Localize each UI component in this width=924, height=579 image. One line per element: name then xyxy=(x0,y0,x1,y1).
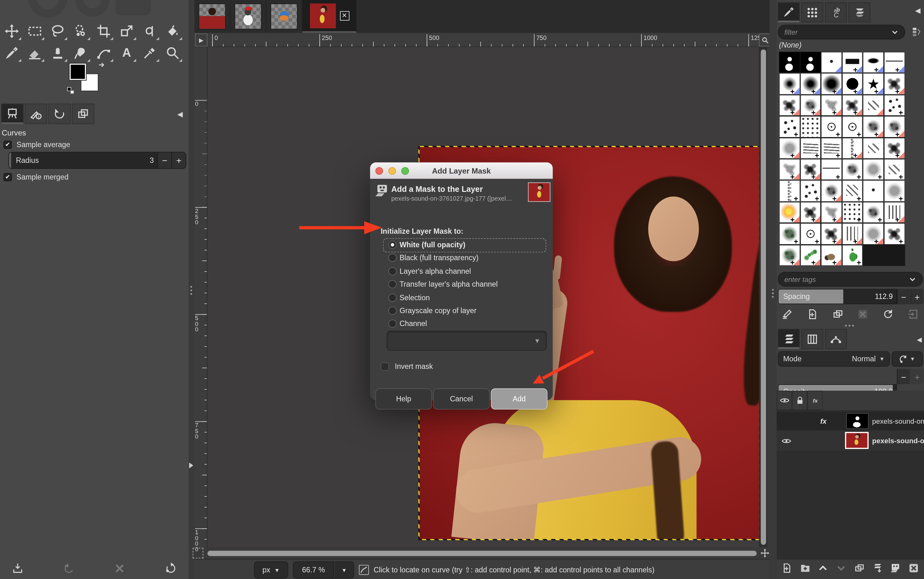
brush-column[interactable] xyxy=(779,180,800,201)
handle-transform-tool[interactable]: .f{fill:currentColor;stroke:none;} xyxy=(138,20,161,42)
images-tab[interactable]: .f{fill:currentColor;stroke:none;} xyxy=(72,104,94,124)
collapse-tool-options-icon[interactable]: ◀ xyxy=(176,109,184,118)
dialog-titlebar[interactable]: Add Layer Mask xyxy=(370,162,553,179)
cancel-button[interactable]: Cancel xyxy=(433,388,489,409)
brush-dots[interactable] xyxy=(779,116,800,137)
fuzzy-select-tool[interactable]: .f{fill:currentColor;stroke:none;} xyxy=(69,20,92,42)
brush-splat[interactable] xyxy=(800,159,821,180)
brush-splat[interactable] xyxy=(800,201,821,223)
radio-label[interactable]: Layer's alpha channel xyxy=(400,265,471,278)
lock-header-cell[interactable]: .f{fill:currentColor;stroke:none;} xyxy=(792,391,807,410)
brush-cells[interactable] xyxy=(821,116,842,137)
horizontal-scrollbar[interactable] xyxy=(207,547,759,559)
radio-label[interactable]: Grayscale copy of layer xyxy=(400,304,476,317)
patterns-tab[interactable]: .f{fill:currentColor;stroke:none;} xyxy=(801,2,823,22)
left-panel-splitter[interactable] xyxy=(189,0,195,579)
radius-decrease-button[interactable]: − xyxy=(158,152,172,168)
collapse-layers-dock-icon[interactable]: ◀ xyxy=(915,335,923,343)
radio-grayscale-copy-of-layer[interactable] xyxy=(388,306,396,315)
radius-increase-button[interactable]: + xyxy=(172,152,186,168)
right-panel-splitter[interactable] xyxy=(770,0,776,579)
bucket-fill-tool[interactable]: .f{fill:currentColor;stroke:none;} xyxy=(161,20,184,42)
brush-photo[interactable] xyxy=(779,52,800,73)
brush-dots[interactable] xyxy=(884,95,905,116)
delete-layer-button[interactable]: .f{fill:currentColor;stroke:none;} xyxy=(908,563,919,576)
tool-options-tab[interactable]: .f{fill:currentColor;stroke:none;} xyxy=(1,104,24,124)
close-image-icon[interactable]: ✕ xyxy=(340,11,349,20)
add-layer-mask-button[interactable]: .f{fill:currentColor;stroke:none;} xyxy=(890,563,901,576)
brush-noise[interactable] xyxy=(863,116,884,137)
brush-vline[interactable] xyxy=(842,223,863,244)
paths-tool[interactable]: .f{fill:currentColor;stroke:none;} xyxy=(92,42,115,64)
brush-vine[interactable] xyxy=(800,244,821,266)
brush-pepper[interactable] xyxy=(842,244,863,266)
brush-spray[interactable] xyxy=(779,159,800,180)
color-picker-tool[interactable]: .f{fill:currentColor;stroke:none;} xyxy=(138,42,161,64)
mode-switch-button[interactable]: ▼ xyxy=(891,351,923,367)
lower-layer-button[interactable]: .f{fill:currentColor;stroke:none;} xyxy=(836,563,847,576)
save-preset-button[interactable]: .f{fill:currentColor;stroke:none;} xyxy=(11,563,23,577)
radio-white-full-opacity-[interactable] xyxy=(388,240,396,249)
brush-dash[interactable] xyxy=(863,137,884,159)
navigation-preview-button[interactable] xyxy=(760,548,770,558)
smudge-tool[interactable]: .f{fill:currentColor;stroke:none;} xyxy=(69,42,92,64)
brush-pine[interactable] xyxy=(779,244,800,266)
spacing-decrease-button[interactable]: − xyxy=(897,289,910,304)
brush-sun[interactable] xyxy=(779,201,800,223)
new-layer-group-button[interactable]: .f{fill:currentColor;stroke:none;} xyxy=(799,563,811,576)
eraser-tool[interactable]: .f{fill:currentColor;stroke:none;} xyxy=(23,42,46,64)
fonts-tab[interactable]: .f{fill:currentColor;stroke:none;}abC xyxy=(825,2,847,22)
brush-tags-input[interactable]: enter tags xyxy=(778,272,923,287)
brush-star[interactable]: ★ xyxy=(863,73,884,95)
spacing-increase-button[interactable]: + xyxy=(911,289,923,304)
brush-noise[interactable] xyxy=(842,159,863,180)
brush-dash[interactable] xyxy=(863,95,884,116)
visibility-header-cell[interactable]: .f{fill:currentColor;stroke:none;} xyxy=(777,391,792,410)
brush-soft2[interactable] xyxy=(800,73,821,95)
layer-photo-thumbnail[interactable] xyxy=(845,432,869,449)
rectangle-select-tool[interactable]: .f{fill:currentColor;stroke:none;} xyxy=(23,20,46,42)
unit-dropdown[interactable]: px▼ xyxy=(254,561,288,578)
brush-scratch[interactable] xyxy=(800,137,821,159)
radio-selection[interactable] xyxy=(388,293,396,301)
brush-spray[interactable] xyxy=(821,201,842,223)
brush-fuzz[interactable] xyxy=(863,159,884,180)
duplicate-brush-button[interactable]: .f{fill:currentColor;stroke:none;} xyxy=(832,308,844,322)
delete-preset-button[interactable]: .f{fill:currentColor;stroke:none;} xyxy=(114,563,126,577)
edit-brush-button[interactable]: .f{fill:currentColor;stroke:none;} xyxy=(781,308,793,322)
maximize-window-button[interactable] xyxy=(402,167,409,175)
image-tab-red-sweater-image[interactable] xyxy=(195,0,231,33)
clone-tool[interactable]: .f{fill:currentColor;stroke:none;} xyxy=(46,42,69,64)
brush-dots[interactable] xyxy=(800,180,821,201)
layers-tab[interactable]: .f{fill:currentColor;stroke:none;} xyxy=(778,329,800,349)
layer-row-mask[interactable]: fx pexels-sound-on-3761027.jpg xyxy=(777,412,924,430)
brush-splat[interactable] xyxy=(842,95,863,116)
radio-channel[interactable] xyxy=(388,320,396,328)
invert-mask-checkbox[interactable] xyxy=(381,363,389,371)
brush-dot[interactable] xyxy=(863,180,884,201)
brush-pine[interactable] xyxy=(779,223,800,244)
duplicate-layer-button[interactable]: .f{fill:currentColor;stroke:none;} xyxy=(854,563,865,576)
merge-down-button[interactable]: .f{fill:currentColor;stroke:none;} xyxy=(872,563,883,576)
brush-bar[interactable] xyxy=(842,52,863,73)
help-button[interactable]: Help xyxy=(375,388,432,409)
brush-scratch[interactable] xyxy=(821,137,842,159)
brush-splat[interactable] xyxy=(884,137,905,159)
brush-cells[interactable] xyxy=(842,116,863,137)
new-layer-button[interactable]: .f{fill:currentColor;stroke:none;} xyxy=(781,563,793,576)
image-tab-yellow-top-image[interactable]: ✕ xyxy=(302,0,357,33)
raise-layer-button[interactable]: .f{fill:currentColor;stroke:none;} xyxy=(818,563,829,576)
undo-history-tab[interactable]: .f{fill:currentColor;stroke:none;} xyxy=(48,104,71,124)
brush-fuzz[interactable] xyxy=(779,137,800,159)
reset-tool-button[interactable]: .f{fill:currentColor;stroke:none;} xyxy=(165,563,177,577)
brush-hline[interactable] xyxy=(884,52,905,73)
sample-average-checkbox[interactable]: ✔ xyxy=(3,141,11,149)
minimize-window-button[interactable] xyxy=(388,167,396,175)
radio-label[interactable]: Channel xyxy=(400,317,427,330)
collapse-brushes-dock-icon[interactable]: ◀ xyxy=(913,6,922,15)
canvas-menu-button[interactable]: ▶ xyxy=(195,33,207,46)
vertical-scrollbar[interactable] xyxy=(759,47,767,547)
unified-transform-tool[interactable]: .f{fill:currentColor;stroke:none;} xyxy=(115,20,138,42)
spacing-slider[interactable]: Spacing 112.9 xyxy=(778,289,897,304)
radio-layer-s-alpha-channel[interactable] xyxy=(388,267,396,275)
